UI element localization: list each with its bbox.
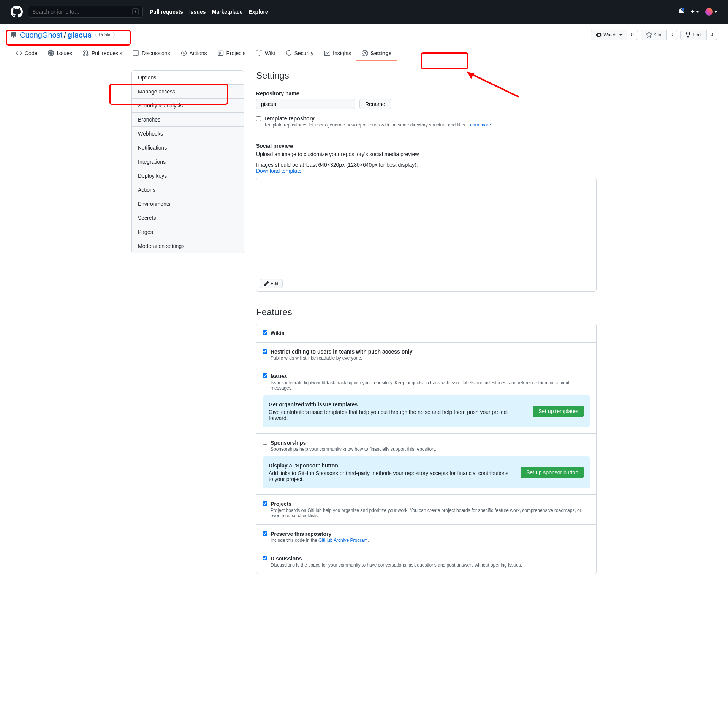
discussions-label: Discussions	[271, 556, 522, 562]
projects-note: Project boards on GitHub help you organi…	[271, 508, 590, 518]
tab-discussions[interactable]: Discussions	[128, 46, 176, 61]
tab-settings[interactable]: Settings	[356, 46, 397, 61]
search-field[interactable]	[32, 9, 132, 15]
learn-more-link[interactable]: Learn more	[468, 122, 491, 128]
sidebar-item-webhooks[interactable]: Webhooks	[132, 127, 244, 141]
pull-request-icon	[83, 50, 89, 56]
fork-count[interactable]: 0	[707, 30, 717, 40]
social-preview-title: Social preview	[256, 143, 597, 149]
notifications-icon[interactable]	[678, 8, 684, 16]
github-logo[interactable]	[11, 6, 23, 18]
sidebar-item-pages[interactable]: Pages	[132, 225, 244, 239]
user-menu[interactable]	[705, 8, 717, 16]
preserve-checkbox[interactable]	[263, 531, 267, 536]
eye-icon	[596, 32, 602, 38]
projects-label: Projects	[271, 501, 590, 507]
sidebar-item-secrets[interactable]: Secrets	[132, 211, 244, 225]
nav-pull-requests[interactable]: Pull requests	[150, 9, 183, 15]
search-shortcut: /	[132, 8, 139, 15]
sidebar-item-options[interactable]: Options	[132, 71, 244, 85]
discussions-note: Discussions is the space for your commun…	[271, 562, 522, 568]
wikis-checkbox[interactable]	[263, 330, 267, 335]
graph-icon	[324, 50, 330, 56]
tab-issues[interactable]: Issues	[43, 46, 77, 61]
star-label: Star	[654, 32, 662, 38]
projects-icon	[218, 50, 224, 56]
tab-actions[interactable]: Actions	[176, 46, 212, 61]
sidebar-item-manage-access[interactable]: Manage access	[132, 85, 244, 99]
search-input[interactable]: /	[28, 6, 143, 18]
create-new-menu[interactable]: +	[690, 8, 699, 16]
star-button[interactable]: Star	[641, 30, 667, 40]
nav-issues[interactable]: Issues	[189, 9, 206, 15]
sidebar-item-actions[interactable]: Actions	[132, 183, 244, 197]
watch-label: Watch	[603, 32, 616, 38]
issues-callout: Get organized with issue templates Give …	[263, 395, 590, 427]
social-preview-box: Edit	[256, 178, 597, 292]
tab-insights[interactable]: Insights	[319, 46, 356, 61]
fork-label: Fork	[693, 32, 702, 38]
features-list: Wikis Restrict editing to users in teams…	[256, 324, 597, 574]
template-note: Template repositories let users generate…	[264, 122, 492, 128]
restrict-note: Public wikis will still be readable by e…	[271, 355, 412, 361]
sidebar-item-branches[interactable]: Branches	[132, 113, 244, 127]
watch-count[interactable]: 0	[627, 30, 638, 40]
nav-links: Pull requests Issues Marketplace Explore	[150, 9, 268, 15]
social-preview-desc: Upload an image to customize your reposi…	[256, 151, 597, 157]
nav-marketplace[interactable]: Marketplace	[212, 9, 243, 15]
sidebar-item-deploy-keys[interactable]: Deploy keys	[132, 169, 244, 183]
discussions-checkbox[interactable]	[263, 556, 267, 560]
sponsorships-checkbox[interactable]	[263, 440, 267, 445]
issues-callout-title: Get organized with issue templates	[269, 401, 525, 407]
template-checkbox[interactable]	[256, 116, 261, 121]
repo-name-input[interactable]	[256, 99, 355, 109]
download-template-link[interactable]: Download template	[256, 168, 302, 174]
rename-button[interactable]: Rename	[359, 99, 391, 109]
setup-sponsor-button[interactable]: Set up sponsor button	[521, 467, 584, 478]
issues-label: Issues	[271, 373, 590, 379]
repo-name-link[interactable]: giscus	[68, 31, 92, 39]
sponsorships-note: Sponsorships help your community know ho…	[271, 447, 437, 452]
sidebar-item-notifications[interactable]: Notifications	[132, 141, 244, 155]
settings-sidebar: Options Manage access Security & analysi…	[131, 70, 244, 253]
repo-icon	[11, 32, 17, 38]
fork-button[interactable]: Fork	[680, 30, 707, 40]
fork-icon	[685, 32, 691, 38]
preserve-label: Preserve this repository	[271, 531, 369, 537]
sidebar-item-moderation[interactable]: Moderation settings	[132, 239, 244, 253]
repo-header: CuongGhost / giscus Public Watch 0 Star …	[0, 24, 728, 61]
restrict-checkbox[interactable]	[263, 349, 267, 354]
sponsor-callout-title: Display a "Sponsor" button	[269, 463, 513, 469]
preserve-note: Include this code in the GitHub Archive …	[271, 538, 369, 543]
sponsor-callout-desc: Add links to GitHub Sponsors or third-pa…	[269, 470, 513, 482]
sidebar-item-integrations[interactable]: Integrations	[132, 155, 244, 169]
setup-templates-button[interactable]: Set up templates	[533, 406, 584, 417]
tab-code[interactable]: Code	[11, 46, 43, 61]
code-icon	[16, 50, 22, 56]
tab-pull-requests[interactable]: Pull requests	[78, 46, 128, 61]
tab-security[interactable]: Security	[280, 46, 319, 61]
issues-icon	[48, 50, 54, 56]
svg-point-0	[50, 52, 52, 54]
archive-program-link[interactable]: GitHub Archive Program	[318, 538, 367, 543]
pencil-icon	[264, 281, 269, 286]
sidebar-item-environments[interactable]: Environments	[132, 197, 244, 211]
projects-checkbox[interactable]	[263, 501, 267, 506]
tab-projects[interactable]: Projects	[212, 46, 251, 61]
sidebar-item-security-analysis[interactable]: Security & analysis	[132, 99, 244, 113]
topbar: / Pull requests Issues Marketplace Explo…	[0, 0, 728, 24]
sponsor-callout: Display a "Sponsor" button Add links to …	[263, 456, 590, 488]
restrict-label: Restrict editing to users in teams with …	[271, 349, 412, 355]
settings-title: Settings	[256, 70, 597, 84]
nav-explore[interactable]: Explore	[248, 9, 268, 15]
shield-icon	[286, 50, 292, 56]
avatar	[705, 8, 713, 16]
issues-checkbox[interactable]	[263, 373, 267, 378]
star-count[interactable]: 0	[667, 30, 677, 40]
features-title: Features	[256, 307, 597, 317]
repo-owner-link[interactable]: CuongGhost	[20, 31, 62, 39]
edit-preview-button[interactable]: Edit	[260, 279, 283, 288]
watch-button[interactable]: Watch	[591, 30, 627, 40]
tab-wiki[interactable]: Wiki	[251, 46, 280, 61]
path-separator: /	[64, 31, 66, 39]
